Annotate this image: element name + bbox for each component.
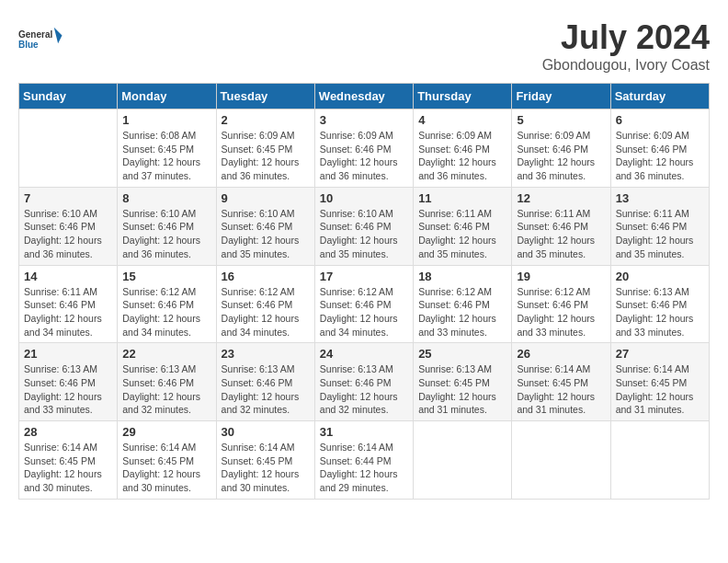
day-info: Sunrise: 6:13 AM Sunset: 6:46 PM Dayligh… (222, 362, 310, 417)
calendar-cell: 6Sunrise: 6:09 AM Sunset: 6:46 PM Daylig… (610, 109, 709, 188)
day-info: Sunrise: 6:09 AM Sunset: 6:46 PM Dayligh… (616, 129, 704, 183)
day-number: 17 (320, 270, 408, 283)
calendar-cell: 8Sunrise: 6:10 AM Sunset: 6:46 PM Daylig… (118, 187, 216, 265)
day-info: Sunrise: 6:12 AM Sunset: 6:46 PM Dayligh… (418, 285, 506, 339)
day-number: 25 (418, 347, 506, 361)
day-info: Sunrise: 6:13 AM Sunset: 6:45 PM Dayligh… (418, 362, 506, 417)
calendar-cell: 4Sunrise: 6:09 AM Sunset: 6:46 PM Daylig… (414, 109, 512, 188)
calendar-cell: 25Sunrise: 6:13 AM Sunset: 6:45 PM Dayli… (414, 343, 512, 421)
calendar-cell: 29Sunrise: 6:14 AM Sunset: 6:45 PM Dayli… (118, 421, 216, 500)
calendar-cell: 9Sunrise: 6:10 AM Sunset: 6:46 PM Daylig… (216, 187, 314, 265)
weekday-header-tuesday: Tuesday (216, 84, 314, 109)
day-info: Sunrise: 6:14 AM Sunset: 6:45 PM Dayligh… (222, 441, 310, 495)
day-info: Sunrise: 6:09 AM Sunset: 6:46 PM Dayligh… (517, 129, 605, 183)
day-number: 31 (320, 425, 408, 439)
day-info: Sunrise: 6:11 AM Sunset: 6:46 PM Dayligh… (418, 207, 506, 261)
day-info: Sunrise: 6:12 AM Sunset: 6:46 PM Dayligh… (122, 285, 210, 339)
weekday-header-monday: Monday (118, 84, 216, 109)
day-number: 14 (24, 270, 112, 283)
day-info: Sunrise: 6:08 AM Sunset: 6:45 PM Dayligh… (122, 129, 210, 183)
calendar-cell: 17Sunrise: 6:12 AM Sunset: 6:46 PM Dayli… (314, 265, 413, 343)
day-number: 26 (517, 347, 605, 361)
day-number: 23 (222, 347, 310, 361)
weekday-header-saturday: Saturday (610, 84, 709, 109)
day-number: 16 (222, 270, 310, 283)
day-number: 20 (616, 270, 704, 283)
day-info: Sunrise: 6:13 AM Sunset: 6:46 PM Dayligh… (122, 362, 210, 417)
calendar-table: SundayMondayTuesdayWednesdayThursdayFrid… (18, 83, 710, 500)
weekday-header-sunday: Sunday (19, 84, 118, 109)
svg-marker-2 (54, 28, 63, 44)
day-info: Sunrise: 6:09 AM Sunset: 6:45 PM Dayligh… (222, 129, 310, 183)
week-row-1: 1Sunrise: 6:08 AM Sunset: 6:45 PM Daylig… (19, 109, 710, 188)
day-info: Sunrise: 6:09 AM Sunset: 6:46 PM Dayligh… (418, 129, 506, 183)
calendar-cell: 22Sunrise: 6:13 AM Sunset: 6:46 PM Dayli… (118, 343, 216, 421)
day-info: Sunrise: 6:14 AM Sunset: 6:45 PM Dayligh… (122, 441, 210, 495)
calendar-cell: 18Sunrise: 6:12 AM Sunset: 6:46 PM Dayli… (414, 265, 512, 343)
calendar-cell: 19Sunrise: 6:12 AM Sunset: 6:46 PM Dayli… (512, 265, 610, 343)
week-row-3: 14Sunrise: 6:11 AM Sunset: 6:46 PM Dayli… (19, 265, 710, 343)
weekday-header-friday: Friday (512, 84, 610, 109)
day-number: 5 (517, 113, 605, 127)
day-info: Sunrise: 6:13 AM Sunset: 6:46 PM Dayligh… (24, 362, 112, 417)
day-info: Sunrise: 6:11 AM Sunset: 6:46 PM Dayligh… (24, 285, 112, 339)
week-row-2: 7Sunrise: 6:10 AM Sunset: 6:46 PM Daylig… (19, 187, 710, 265)
calendar-cell: 2Sunrise: 6:09 AM Sunset: 6:45 PM Daylig… (216, 109, 314, 188)
day-info: Sunrise: 6:13 AM Sunset: 6:46 PM Dayligh… (616, 285, 704, 339)
calendar-cell: 1Sunrise: 6:08 AM Sunset: 6:45 PM Daylig… (118, 109, 216, 188)
day-info: Sunrise: 6:14 AM Sunset: 6:45 PM Dayligh… (24, 441, 112, 495)
day-info: Sunrise: 6:11 AM Sunset: 6:46 PM Dayligh… (616, 207, 704, 261)
location-title: Gbondougou, Ivory Coast (542, 57, 710, 74)
day-info: Sunrise: 6:12 AM Sunset: 6:46 PM Dayligh… (320, 285, 408, 339)
day-number: 7 (24, 191, 112, 205)
day-info: Sunrise: 6:11 AM Sunset: 6:46 PM Dayligh… (517, 207, 605, 261)
day-number: 18 (418, 270, 506, 283)
day-number: 8 (122, 191, 210, 205)
day-number: 28 (24, 425, 112, 439)
day-number: 1 (122, 113, 210, 127)
calendar-cell (610, 421, 709, 500)
calendar-cell: 21Sunrise: 6:13 AM Sunset: 6:46 PM Dayli… (19, 343, 118, 421)
day-number: 11 (418, 191, 506, 205)
week-row-5: 28Sunrise: 6:14 AM Sunset: 6:45 PM Dayli… (19, 421, 710, 500)
weekday-header-wednesday: Wednesday (314, 84, 413, 109)
day-number: 15 (122, 270, 210, 283)
calendar-cell: 30Sunrise: 6:14 AM Sunset: 6:45 PM Dayli… (216, 421, 314, 500)
calendar-cell (19, 109, 118, 188)
calendar-cell: 26Sunrise: 6:14 AM Sunset: 6:45 PM Dayli… (512, 343, 610, 421)
day-info: Sunrise: 6:10 AM Sunset: 6:46 PM Dayligh… (222, 207, 310, 261)
day-info: Sunrise: 6:10 AM Sunset: 6:46 PM Dayligh… (24, 207, 112, 261)
calendar-cell: 24Sunrise: 6:13 AM Sunset: 6:46 PM Dayli… (314, 343, 413, 421)
weekday-header-thursday: Thursday (414, 84, 512, 109)
calendar-cell: 16Sunrise: 6:12 AM Sunset: 6:46 PM Dayli… (216, 265, 314, 343)
calendar-cell: 14Sunrise: 6:11 AM Sunset: 6:46 PM Dayli… (19, 265, 118, 343)
title-area: July 2024 Gbondougou, Ivory Coast (542, 18, 710, 74)
day-number: 12 (517, 191, 605, 205)
logo: General Blue (18, 18, 64, 60)
day-number: 3 (320, 113, 408, 127)
day-info: Sunrise: 6:13 AM Sunset: 6:46 PM Dayligh… (320, 362, 408, 417)
logo-svg: General Blue (18, 18, 64, 60)
day-number: 9 (222, 191, 310, 205)
day-info: Sunrise: 6:10 AM Sunset: 6:46 PM Dayligh… (320, 207, 408, 261)
day-number: 10 (320, 191, 408, 205)
calendar-cell: 10Sunrise: 6:10 AM Sunset: 6:46 PM Dayli… (314, 187, 413, 265)
svg-text:Blue: Blue (18, 40, 39, 50)
calendar-cell: 20Sunrise: 6:13 AM Sunset: 6:46 PM Dayli… (610, 265, 709, 343)
day-info: Sunrise: 6:09 AM Sunset: 6:46 PM Dayligh… (320, 129, 408, 183)
day-number: 24 (320, 347, 408, 361)
day-number: 27 (616, 347, 704, 361)
month-title: July 2024 (542, 18, 710, 57)
day-number: 21 (24, 347, 112, 361)
day-number: 13 (616, 191, 704, 205)
day-info: Sunrise: 6:14 AM Sunset: 6:45 PM Dayligh… (616, 362, 704, 417)
calendar-cell: 3Sunrise: 6:09 AM Sunset: 6:46 PM Daylig… (314, 109, 413, 188)
svg-text:General: General (18, 29, 52, 40)
day-number: 6 (616, 113, 704, 127)
day-info: Sunrise: 6:14 AM Sunset: 6:45 PM Dayligh… (517, 362, 605, 417)
day-info: Sunrise: 6:10 AM Sunset: 6:46 PM Dayligh… (122, 207, 210, 261)
day-number: 19 (517, 270, 605, 283)
day-number: 30 (222, 425, 310, 439)
day-number: 22 (122, 347, 210, 361)
calendar-cell: 31Sunrise: 6:14 AM Sunset: 6:44 PM Dayli… (314, 421, 413, 500)
